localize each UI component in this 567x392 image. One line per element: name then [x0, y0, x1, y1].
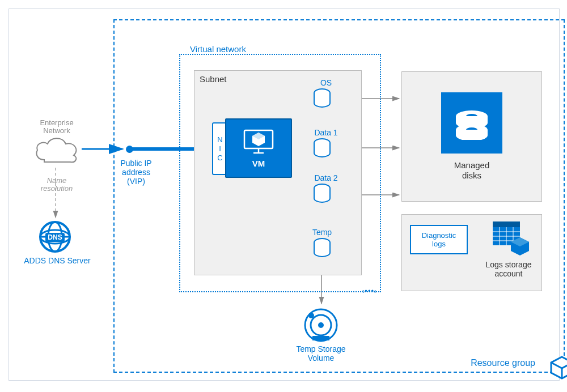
- name-resolution-label: Name resolution: [32, 177, 82, 193]
- vm-label: VM: [252, 159, 265, 168]
- data2-disk-label: Data 2: [309, 173, 343, 182]
- svg-rect-47: [312, 336, 329, 340]
- managed-disks-label: Managed disks: [454, 160, 490, 181]
- temp-storage-label: Temp Storage Volume: [287, 344, 355, 363]
- diagnostic-logs-box: Diagnostic logs: [410, 225, 468, 254]
- virtual-network-label: Virtual network: [190, 44, 246, 54]
- svg-text:DNS: DNS: [48, 233, 62, 241]
- os-disk-label: OS: [309, 78, 343, 87]
- managed-disks-box: Managed disks: [401, 71, 542, 202]
- logs-box: Diagnostic logs Logs storage account: [401, 214, 542, 291]
- dns-icon: DNS: [39, 220, 71, 253]
- managed-disks-icon: [441, 92, 502, 154]
- diagram-canvas: Enterprise Network Name resolution DNS A…: [9, 8, 560, 381]
- resource-group-icon: [549, 355, 567, 383]
- temp-disk-label: Temp: [305, 228, 339, 237]
- public-ip-label: Public IP address (VIP): [113, 159, 159, 186]
- svg-point-45: [318, 322, 324, 328]
- enterprise-network-label: Enterprise Network: [32, 119, 82, 135]
- public-ip-node: [126, 146, 133, 153]
- vm-icon: [242, 128, 275, 155]
- data1-disk-icon: [313, 138, 331, 159]
- svg-rect-34: [493, 221, 520, 227]
- os-disk-icon: [313, 88, 331, 109]
- cloud-icon: [32, 135, 82, 167]
- dns-label: ADDS DNS Server: [20, 256, 94, 265]
- storage-account-icon: [492, 220, 530, 258]
- vm-box: VM: [225, 118, 292, 178]
- data1-disk-label: Data 1: [309, 128, 343, 137]
- svg-point-46: [308, 313, 314, 318]
- resource-group-label: Resource group: [471, 358, 535, 368]
- temp-disk-icon: [313, 238, 331, 258]
- storage-account-label: Logs storage account: [475, 260, 543, 278]
- vnet-peering-icon: ‹•••›: [362, 287, 377, 295]
- data2-disk-icon: [313, 184, 331, 204]
- subnet-label: Subnet: [200, 74, 227, 84]
- temp-storage-icon: [303, 308, 338, 345]
